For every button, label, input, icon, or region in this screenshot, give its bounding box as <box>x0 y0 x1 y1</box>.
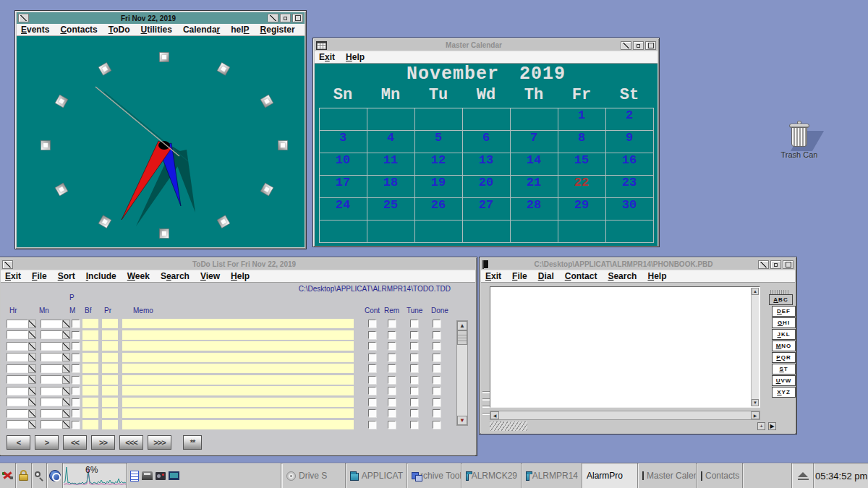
tune-checkbox[interactable] <box>410 331 418 339</box>
tune-checkbox[interactable] <box>410 387 418 395</box>
phonebook-titlebar[interactable]: C:\Desktop\APPLICAT\ALRMPR14\PHONBOOK.PB… <box>481 259 795 270</box>
calendar-titlebar[interactable]: Master Calendar <box>315 40 658 51</box>
minute-spinner[interactable] <box>62 320 70 328</box>
calendar-day-cell[interactable]: 9 <box>606 131 654 153</box>
calendar-day-cell[interactable] <box>320 108 367 131</box>
calendar-day-cell[interactable] <box>415 221 463 243</box>
minute-spinner[interactable] <box>62 409 70 418</box>
cont-checkbox[interactable] <box>368 409 376 417</box>
alphabet-tab-def[interactable]: DEF <box>772 306 796 317</box>
trash-can-shortcut[interactable]: Trash Can <box>775 121 823 159</box>
calendar-day-cell[interactable]: 10 <box>320 153 367 176</box>
hour-input[interactable] <box>7 353 28 361</box>
calendar-day-cell[interactable]: 18 <box>367 176 415 198</box>
minute-input[interactable] <box>41 342 62 351</box>
calendar-day-cell[interactable]: 1 <box>558 108 606 131</box>
pr-field[interactable] <box>102 375 118 385</box>
taskbar-task-drive-s[interactable]: Drive S <box>282 463 346 488</box>
tune-checkbox[interactable] <box>410 409 418 417</box>
minute-spinner[interactable] <box>62 420 70 429</box>
calendar-day-cell[interactable] <box>320 221 367 243</box>
calendar-day-cell[interactable]: 19 <box>415 176 463 198</box>
tune-checkbox[interactable] <box>410 376 418 384</box>
nav-button->[interactable]: > <box>35 435 59 450</box>
alphabet-tab-ghi[interactable]: GHI <box>772 317 796 328</box>
rem-checkbox[interactable] <box>388 387 396 395</box>
hide-button[interactable] <box>268 14 278 22</box>
tune-checkbox[interactable] <box>410 421 418 429</box>
phonebook-page[interactable]: ▲ ▼ <box>490 286 760 408</box>
scroll-up-icon[interactable]: ▲ <box>752 288 759 295</box>
minute-input[interactable] <box>41 353 62 361</box>
menu-item-help[interactable]: Help <box>346 52 365 62</box>
cont-checkbox[interactable] <box>368 354 376 361</box>
pm-checkbox[interactable] <box>72 342 80 350</box>
rem-checkbox[interactable] <box>388 354 396 361</box>
pm-checkbox[interactable] <box>72 364 80 372</box>
pr-field[interactable] <box>102 408 118 418</box>
calendar-day-cell[interactable]: 21 <box>511 176 558 198</box>
taskbar-task-archive-tool-[interactable]: Archive Tool - <box>407 463 461 488</box>
lock-button[interactable] <box>17 463 31 488</box>
done-checkbox[interactable] <box>433 387 441 395</box>
calendar-day-cell[interactable]: 12 <box>415 153 463 176</box>
taskbar-task-alrmpr14[interactable]: ALRMPR14 <box>522 463 582 488</box>
maximize-button[interactable] <box>783 260 793 269</box>
hour-spinner[interactable] <box>28 342 36 351</box>
alphabet-tab-jkl[interactable]: JKL <box>772 329 796 340</box>
add-entry-button[interactable]: + <box>757 422 765 430</box>
hide-button[interactable] <box>621 41 631 50</box>
hour-input[interactable] <box>7 398 28 406</box>
cont-checkbox[interactable] <box>368 387 376 395</box>
calendar-day-cell[interactable] <box>511 221 558 243</box>
scroll-down-icon[interactable]: ▼ <box>457 416 467 425</box>
calendar-day-cell[interactable] <box>463 221 511 243</box>
clock-titlebar[interactable]: Fri Nov 22, 2019 <box>17 12 305 24</box>
calendar-day-cell[interactable]: 4 <box>367 131 415 153</box>
pr-field[interactable] <box>102 420 118 429</box>
system-menu-icon[interactable] <box>2 260 13 269</box>
tune-checkbox[interactable] <box>410 398 418 406</box>
minute-spinner[interactable] <box>62 375 70 384</box>
bf-field[interactable] <box>82 364 98 373</box>
hour-spinner[interactable] <box>28 330 36 339</box>
done-checkbox[interactable] <box>433 342 441 350</box>
nav-button-<<<[interactable]: <<< <box>119 435 143 450</box>
calendar-day-cell[interactable]: 14 <box>511 153 558 176</box>
hour-input[interactable] <box>7 342 28 351</box>
hour-input[interactable] <box>7 387 28 395</box>
calendar-day-cell[interactable]: 23 <box>606 176 654 198</box>
taskbar-task-master-calend[interactable]: Master Calend <box>638 463 697 488</box>
minute-spinner[interactable] <box>62 353 70 361</box>
tray-monitor-icon[interactable] <box>169 471 179 480</box>
minute-spinner[interactable] <box>62 364 70 373</box>
hour-input[interactable] <box>7 409 28 418</box>
phonebook-icon[interactable] <box>482 260 489 269</box>
menu-item-sort[interactable]: Sort <box>58 271 75 281</box>
bf-field[interactable] <box>82 353 98 362</box>
rem-checkbox[interactable] <box>388 409 396 417</box>
memo-field[interactable] <box>122 319 354 328</box>
done-checkbox[interactable] <box>433 409 441 417</box>
bf-field[interactable] <box>82 319 98 328</box>
calendar-day-cell[interactable]: 5 <box>415 131 463 153</box>
menu-item-search[interactable]: Search <box>161 271 190 281</box>
minute-input[interactable] <box>41 320 62 328</box>
maximize-button[interactable] <box>292 14 303 22</box>
nav-button-<[interactable]: < <box>7 435 30 450</box>
calendar-day-cell[interactable]: 7 <box>511 131 558 153</box>
calendar-day-cell[interactable]: 25 <box>367 198 415 221</box>
rem-checkbox[interactable] <box>388 364 396 372</box>
hour-spinner[interactable] <box>28 398 36 406</box>
done-checkbox[interactable] <box>433 421 441 429</box>
taskbar-task-empty[interactable] <box>743 463 792 488</box>
minute-input[interactable] <box>41 420 62 429</box>
rem-checkbox[interactable] <box>388 398 396 406</box>
memo-field[interactable] <box>122 398 354 407</box>
alphabet-tab-mno[interactable]: MNO <box>772 341 796 351</box>
bf-field[interactable] <box>82 398 98 407</box>
todo-scrollbar[interactable]: ▲ ▼ <box>456 320 468 426</box>
calendar-day-cell[interactable]: 8 <box>558 131 606 153</box>
hour-spinner[interactable] <box>28 364 36 373</box>
memo-field[interactable] <box>122 375 354 385</box>
